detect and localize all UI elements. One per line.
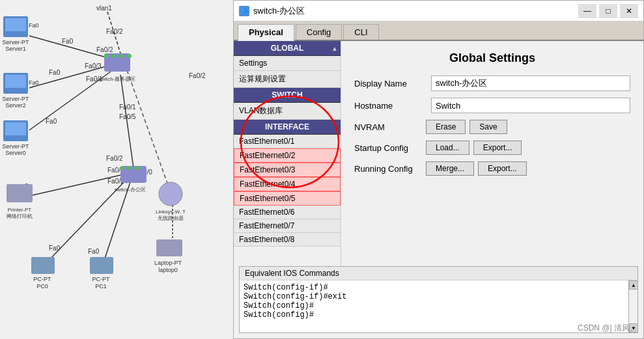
cli-line-1: Switch(config-if)# [244,283,634,292]
svg-text:Server-PT: Server-PT [2,39,29,46]
save-button[interactable]: Save [469,120,507,134]
maximize-button[interactable]: □ [599,4,617,18]
svg-rect-52 [7,184,33,202]
interface-fe05[interactable]: FastEthernet0/5 [234,191,341,206]
cli-line-4: Switch(config)# [244,310,634,319]
title-bar-left: 🔷 switch-办公区 [239,5,305,17]
title-controls: — □ ✕ [578,4,638,18]
svg-point-50 [128,166,132,170]
svg-line-6 [104,182,130,260]
erase-button[interactable]: Erase [426,120,466,134]
switch-header: SWITCH [234,88,341,103]
svg-text:Fa0/2: Fa0/2 [189,72,206,79]
svg-text:vlan1: vlan1 [96,5,112,12]
svg-text:Laptop-PT: Laptop-PT [154,260,182,266]
export1-button[interactable]: Export... [473,141,522,155]
interface-header: INTERFACE [234,120,341,135]
hostname-row: Hostname [354,98,630,113]
vlan-item[interactable]: VLAN数据库 [234,103,341,120]
svg-text:Linksys-W..T: Linksys-W..T [156,209,186,215]
watermark: CSDN @| 清风、 [578,323,637,334]
svg-point-43 [104,54,108,58]
switch-window: 🔷 switch-办公区 — □ ✕ Physical Config CLI G… [233,0,644,339]
interface-list: FastEthernet0/1 FastEthernet0/2 FastEthe… [234,135,341,247]
svg-text:PC-PT: PC-PT [92,276,111,282]
startup-config-label: Startup Config [354,143,426,153]
svg-text:Fa0/2: Fa0/2 [96,46,113,53]
title-bar: 🔷 switch-办公区 — □ ✕ [234,1,643,21]
svg-text:Fa0/1: Fa0/1 [119,103,136,111]
svg-point-49 [120,166,124,170]
svg-text:网络打印机: 网络打印机 [7,213,33,219]
load-button[interactable]: Load... [426,141,469,155]
running-config-label: Running Config [354,164,426,174]
nvram-label: NVRAM [354,122,426,132]
svg-text:Fa0: Fa0 [49,69,61,76]
svg-text:PC1: PC1 [95,283,107,290]
startup-config-row: Startup Config Load... Export... [354,141,630,155]
interface-fe01[interactable]: FastEthernet0/1 [234,135,341,148]
hostname-input[interactable] [431,98,630,113]
svg-text:Fa0/2: Fa0/2 [106,28,123,35]
svg-text:Fa0: Fa0 [49,245,61,252]
svg-text:Fa0: Fa0 [62,38,74,45]
svg-line-3 [120,75,133,168]
svg-text:switch-办公区: switch-办公区 [115,187,147,193]
svg-text:Fa0: Fa0 [29,22,39,29]
svg-text:Fa0/5: Fa0/5 [119,113,136,120]
svg-text:Fa0/3: Fa0/3 [85,62,102,70]
merge-button[interactable]: Merge... [426,161,474,176]
svg-text:Fa0: Fa0 [46,118,57,125]
svg-point-46 [128,54,132,58]
scroll-up-btn[interactable]: ▲ [629,280,638,290]
svg-rect-47 [120,166,147,183]
close-button[interactable]: ✕ [620,4,638,18]
tab-cli[interactable]: CLI [343,24,378,40]
interface-fe03[interactable]: FastEthernet0/3 [234,163,341,177]
svg-text:Fa0/2: Fa0/2 [106,155,123,162]
running-config-buttons: Merge... Export... [426,161,630,176]
tab-physical[interactable]: Physical [238,24,294,41]
interface-fe02[interactable]: FastEthernet0/2 [234,148,341,163]
svg-text:Server-PT: Server-PT [2,143,29,150]
svg-rect-38 [5,122,26,135]
main-content: GLOBAL ▲ Settings 运算规则设置 SWITCH VLAN数据库 … [234,41,643,266]
svg-text:switch-服务器区: switch-服务器区 [99,76,136,82]
svg-text:Printer-PT: Printer-PT [8,207,32,213]
network-diagram: Fa0 Fa0 Fa0 Fa0/2 Fa0/3 Fa0/1 Fa0/2 Fa0/… [0,0,234,339]
cli-header: Equivalent IOS Commands [240,267,637,280]
startup-config-buttons: Load... Export... [426,141,630,155]
tab-bar: Physical Config CLI [234,21,643,41]
svg-text:Fa0: Fa0 [29,79,39,86]
running-config-row: Running Config Merge... Export... [354,161,630,176]
interface-fe08[interactable]: FastEthernet0/8 [234,233,341,247]
hostname-label: Hostname [354,101,426,111]
interface-fe07[interactable]: FastEthernet0/7 [234,219,341,233]
rules-item[interactable]: 运算规则设置 [234,71,341,88]
svg-text:Server1: Server1 [5,46,26,52]
global-header: GLOBAL ▲ [234,41,341,56]
minimize-button[interactable]: — [578,4,596,18]
interface-fe06[interactable]: FastEthernet0/6 [234,206,341,219]
interface-fe04[interactable]: FastEthernet0/4 [234,177,341,191]
svg-rect-55 [31,257,55,274]
window-title: switch-办公区 [253,5,305,17]
export2-button[interactable]: Export... [478,161,527,176]
display-name-input[interactable] [431,75,630,91]
tab-config[interactable]: Config [296,24,343,40]
global-settings-title: Global Settings [354,51,630,65]
svg-rect-41 [104,53,130,72]
scroll-up-icon: ▲ [331,45,338,52]
settings-item[interactable]: Settings [234,56,341,71]
svg-point-64 [159,182,182,206]
svg-text:无线路由器: 无线路由器 [158,215,184,221]
app-icon: 🔷 [239,6,249,16]
cli-line-2: Switch(config-if)#exit [244,292,634,301]
nvram-row: NVRAM Erase Save [354,120,630,134]
right-panel: Global Settings Display Name Hostname NV… [341,41,643,266]
svg-rect-33 [5,75,26,88]
svg-point-44 [112,54,116,58]
svg-point-51 [136,166,140,170]
svg-text:laptop0: laptop0 [158,267,178,273]
cli-line-3: Switch(config)# [244,301,634,310]
